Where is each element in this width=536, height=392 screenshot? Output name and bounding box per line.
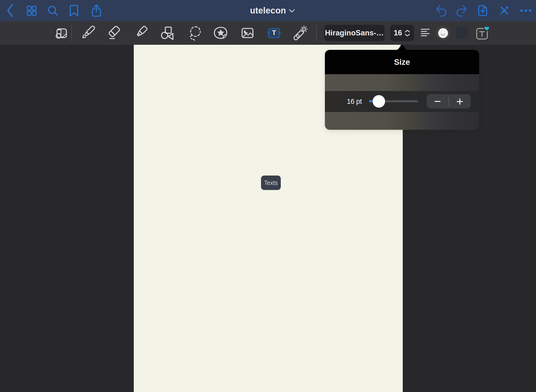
reader-mode-icon (54, 25, 69, 41)
size-popover-title: Size (394, 58, 410, 67)
texts-object[interactable]: Texts (261, 176, 281, 190)
pencil-cross-icon (497, 3, 512, 18)
font-size-button[interactable]: 16 (390, 25, 414, 41)
pen-tool-button[interactable] (81, 21, 96, 45)
highlighter-tool-button[interactable] (134, 21, 149, 45)
size-popover-header: Size (325, 50, 479, 74)
goodnotes-app: utelecon (0, 0, 536, 392)
text-style-swatch[interactable] (456, 26, 468, 39)
size-value-label: 16 pt (339, 91, 369, 112)
pen-icon (81, 25, 96, 41)
more-ellipsis-icon (519, 3, 533, 18)
search-button[interactable] (46, 0, 60, 21)
text-color-swatch (438, 28, 448, 38)
eraser-icon (107, 25, 122, 41)
navigation-bar: utelecon (0, 0, 536, 21)
texts-object-label: Texts (264, 179, 278, 186)
highlighter-icon (134, 25, 149, 41)
share-icon (89, 3, 104, 18)
image-icon (240, 25, 255, 41)
favorite-text-style-button[interactable] (475, 25, 490, 40)
eraser-tool-button[interactable] (107, 21, 122, 45)
laser-tool-button[interactable] (293, 21, 308, 45)
document-title-label: utelecon (250, 6, 286, 16)
redo-button[interactable] (455, 0, 469, 21)
text-align-button[interactable] (421, 29, 433, 37)
back-chevron-icon (3, 3, 18, 18)
popover-arrow (395, 44, 409, 50)
bookmark-button[interactable] (67, 0, 81, 21)
laser-pointer-icon (293, 25, 308, 41)
size-popover-upper-band (325, 74, 479, 91)
document-title[interactable]: utelecon (220, 0, 316, 21)
image-tool-button[interactable] (240, 21, 255, 45)
page-grid-icon (24, 3, 39, 18)
title-chevron-down-icon (289, 9, 295, 13)
size-stepper: − + (427, 94, 471, 109)
lasso-icon (187, 25, 202, 41)
text-align-icon (421, 29, 433, 37)
size-stepper-chevrons-icon (404, 30, 410, 36)
color-chevron-down-icon (441, 33, 445, 36)
text-tool-button[interactable]: T (266, 21, 282, 45)
text-color-button[interactable] (436, 26, 450, 40)
toolbar-divider-right (316, 25, 317, 41)
lasso-tool-button[interactable] (187, 21, 202, 45)
add-page-button[interactable] (476, 0, 490, 21)
favorite-text-icon (475, 25, 490, 40)
font-family-label: HiraginoSans-… (325, 29, 384, 37)
sticker-icon (213, 25, 229, 41)
reader-mode-button[interactable] (54, 21, 69, 45)
back-button[interactable] (3, 0, 18, 21)
text-tool-selected-icon: T (268, 28, 280, 38)
pen-mode-button[interactable] (497, 0, 512, 21)
redo-icon (455, 3, 469, 18)
size-decrease-button[interactable]: − (427, 94, 449, 109)
bookmark-icon (67, 3, 81, 18)
font-family-button[interactable]: HiraginoSans-… (324, 25, 385, 41)
shapes-tool-button[interactable] (160, 21, 175, 45)
sticker-tool-button[interactable] (213, 21, 229, 45)
size-increase-button[interactable]: + (449, 94, 471, 109)
size-popover: Size 16 pt − + (325, 50, 479, 130)
tool-bar: T (0, 21, 536, 45)
toolbar-divider-left (71, 25, 72, 41)
size-popover-lower-band (325, 112, 479, 130)
undo-icon (434, 3, 448, 18)
undo-button[interactable] (434, 0, 448, 21)
share-button[interactable] (89, 0, 104, 21)
thumbnails-button[interactable] (24, 0, 39, 21)
size-slider-knob[interactable] (373, 95, 385, 108)
more-button[interactable] (519, 0, 533, 21)
font-size-label: 16 (394, 29, 402, 37)
shapes-icon (160, 25, 175, 41)
add-page-icon (476, 3, 490, 18)
search-icon (46, 3, 60, 18)
